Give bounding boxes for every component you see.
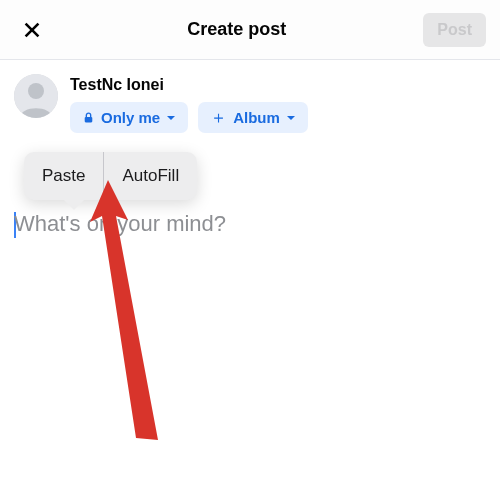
composer-meta: TestNc Ionei Only me ＋ Album <box>70 74 308 133</box>
post-button[interactable]: Post <box>423 13 486 47</box>
close-button[interactable] <box>14 12 50 48</box>
album-label: Album <box>233 109 280 126</box>
context-menu-tail <box>64 200 84 210</box>
autofill-menu-item[interactable]: AutoFill <box>103 152 197 200</box>
svg-rect-4 <box>85 117 93 122</box>
paste-menu-item[interactable]: Paste <box>24 152 103 200</box>
chevron-down-icon <box>166 113 176 123</box>
close-icon <box>21 19 43 41</box>
post-input[interactable]: What's on your mind? <box>14 211 486 237</box>
chevron-down-icon <box>286 113 296 123</box>
pill-row: Only me ＋ Album <box>70 102 308 133</box>
audience-selector[interactable]: Only me <box>70 102 188 133</box>
username[interactable]: TestNc Ionei <box>70 76 308 94</box>
composer-row: TestNc Ionei Only me ＋ Album <box>0 60 500 133</box>
avatar-placeholder-icon <box>14 74 58 118</box>
audience-label: Only me <box>101 109 160 126</box>
album-selector[interactable]: ＋ Album <box>198 102 308 133</box>
plus-icon: ＋ <box>210 109 227 126</box>
page-title: Create post <box>187 19 286 40</box>
avatar[interactable] <box>14 74 58 118</box>
header: Create post Post <box>0 0 500 60</box>
svg-point-3 <box>28 83 44 99</box>
lock-icon <box>82 111 95 124</box>
content-area[interactable]: What's on your mind? <box>0 211 500 237</box>
context-menu: Paste AutoFill <box>24 152 197 200</box>
